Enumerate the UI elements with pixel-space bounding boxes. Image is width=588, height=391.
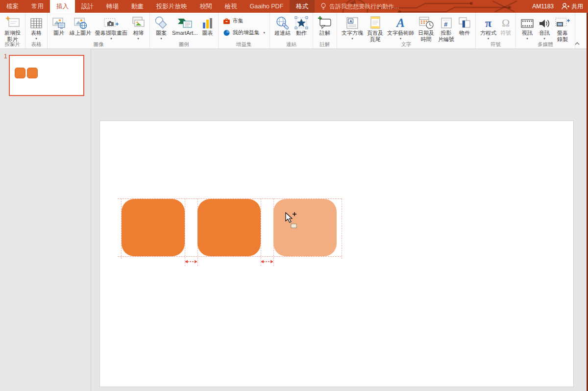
- title-bar: 檔案 常用 插入 設計 轉場 動畫 投影片放映 校閱 檢視 Gaaiho PDF…: [0, 0, 588, 13]
- header-footer-icon: [370, 16, 381, 29]
- shapes-button[interactable]: 圖案 ▾: [152, 14, 170, 41]
- hyperlink-button[interactable]: 超連結: [272, 14, 293, 37]
- action-icon: [294, 16, 308, 29]
- tab-review[interactable]: 校閱: [194, 0, 219, 13]
- equation-button[interactable]: π 方程式 ▾: [478, 14, 498, 41]
- hyperlink-icon: [276, 16, 290, 29]
- rounded-rectangle-shape-3-drag-preview[interactable]: [273, 199, 337, 256]
- dropdown-caret-icon: ▾: [526, 37, 528, 41]
- comment-icon: [318, 16, 332, 29]
- wordart-button[interactable]: A 文字藝術師 ▾: [385, 14, 416, 41]
- table-button[interactable]: 表格 ▾: [28, 14, 45, 41]
- ribbon-tabs: 檔案 常用 插入 設計 轉場 動畫 投影片放映 校閱 檢視 Gaaiho PDF…: [0, 0, 315, 13]
- tab-slideshow[interactable]: 投影片放映: [150, 0, 194, 13]
- smart-guide-bottom: [118, 256, 342, 257]
- group-label-slides: 投影片: [0, 41, 25, 48]
- svg-text:#: #: [444, 21, 448, 28]
- store-icon: [223, 17, 230, 24]
- tab-animations[interactable]: 動畫: [125, 0, 150, 13]
- date-time-button[interactable]: 日期及時間: [416, 14, 436, 43]
- smartart-icon: [177, 17, 193, 29]
- smart-guide-gap2-left: [261, 198, 261, 266]
- screenshot-button[interactable]: 螢幕擷取畫面 ▾: [93, 14, 129, 41]
- tab-transitions[interactable]: 轉場: [100, 0, 125, 13]
- audio-icon: [538, 18, 551, 29]
- tab-home[interactable]: 常用: [25, 0, 50, 13]
- slide-thumbnail[interactable]: [9, 55, 84, 96]
- group-images: 圖片 線上圖片 螢幕擷取畫面 ▾: [48, 13, 150, 49]
- text-box-icon: A: [346, 17, 359, 29]
- header-footer-button[interactable]: 頁首及頁尾: [365, 14, 385, 43]
- action-button[interactable]: 動作: [293, 14, 310, 37]
- editing-canvas[interactable]: [91, 49, 588, 391]
- tab-view[interactable]: 檢視: [219, 0, 244, 13]
- store-button[interactable]: 市集: [223, 17, 266, 24]
- group-comments: 註解 註解: [313, 13, 337, 49]
- group-label-addins: 增益集: [219, 41, 270, 48]
- tab-insert[interactable]: 插入: [50, 0, 75, 13]
- dropdown-caret-icon: ▾: [488, 37, 490, 41]
- collapse-ribbon-icon[interactable]: [574, 41, 580, 47]
- group-label-table: 表格: [25, 41, 47, 48]
- dropdown-caret-icon: ▾: [264, 31, 266, 35]
- tell-me-box[interactable]: 告訴我您想要執行的動作...: [315, 0, 405, 13]
- my-addins-icon: [223, 29, 230, 36]
- dropdown-caret-icon: ▾: [543, 37, 545, 41]
- slide-number-button[interactable]: # 投影片編號: [436, 14, 456, 43]
- group-label-links: 連結: [270, 41, 313, 48]
- group-media: 視訊 ▾ 音訊 ▾ 螢幕錄製 多媒體: [516, 13, 575, 49]
- lightbulb-icon: [320, 3, 326, 10]
- dropdown-caret-icon: ▾: [400, 37, 402, 41]
- tell-me-placeholder: 告訴我您想要執行的動作...: [329, 2, 399, 11]
- audio-button[interactable]: 音訊 ▾: [536, 14, 553, 41]
- picture-icon: [52, 17, 66, 29]
- share-button[interactable]: 共用: [562, 2, 583, 11]
- group-addins: 市集 我的增益集 ▾ 增益集: [219, 13, 270, 49]
- video-button[interactable]: 視訊 ▾: [518, 14, 536, 41]
- smartart-button[interactable]: SmartArt...: [170, 14, 200, 37]
- online-picture-icon: [74, 17, 87, 29]
- text-box-button[interactable]: A 文字方塊 ▾: [340, 14, 365, 41]
- thumbnail-shape-1: [15, 68, 25, 78]
- chart-icon: [202, 17, 214, 29]
- dropdown-caret-icon: ▾: [160, 37, 162, 41]
- group-links: 超連結 動作 連結: [270, 13, 313, 49]
- group-label-media: 多媒體: [516, 41, 575, 48]
- wordart-icon: A: [396, 17, 405, 29]
- tab-format[interactable]: 格式: [290, 0, 315, 13]
- slide-number-label: 1: [4, 53, 7, 60]
- new-slide-icon: [5, 16, 20, 29]
- group-slides: 新增投影片 ▾ 投影片: [0, 13, 25, 49]
- photo-album-button[interactable]: 相簿 ▾: [129, 14, 147, 41]
- comment-button[interactable]: 註解: [316, 14, 334, 37]
- slide-number-icon: #: [441, 17, 452, 29]
- online-pictures-button[interactable]: 線上圖片: [68, 14, 93, 37]
- object-button[interactable]: 物件: [456, 14, 473, 37]
- dropdown-caret-icon: ▾: [110, 37, 112, 41]
- chart-button[interactable]: 圖表: [200, 14, 216, 37]
- account-name: AM1183: [532, 3, 554, 10]
- rounded-rectangle-shape-1[interactable]: [122, 199, 185, 256]
- spacing-arrow-1: [185, 259, 197, 264]
- my-addins-button[interactable]: 我的增益集 ▾: [223, 29, 266, 36]
- screenshot-icon: [103, 17, 119, 29]
- group-symbols: π 方程式 ▾ Ω 符號 符號: [476, 13, 516, 49]
- shapes-icon: [154, 16, 168, 29]
- symbol-omega-icon: Ω: [502, 17, 510, 29]
- tab-file[interactable]: 檔案: [0, 0, 25, 13]
- tab-design[interactable]: 設計: [75, 0, 100, 13]
- pictures-button[interactable]: 圖片: [50, 14, 68, 37]
- rounded-rectangle-shape-2[interactable]: [197, 199, 261, 256]
- group-text: A 文字方塊 ▾ 頁首及頁尾 A 文字藝術師 ▾: [337, 13, 476, 49]
- spacing-arrow-2: [261, 259, 273, 264]
- group-label-images: 圖像: [48, 41, 149, 48]
- slide-thumbnail-pane: 1: [0, 49, 91, 391]
- video-icon: [520, 18, 534, 29]
- dropdown-caret-icon: ▾: [351, 37, 353, 41]
- smart-guide-right-edge: [342, 198, 342, 259]
- tab-gaaiho-pdf[interactable]: Gaaiho PDF: [244, 0, 290, 13]
- screen-recording-button[interactable]: 螢幕錄製: [553, 14, 572, 43]
- slide-canvas[interactable]: [99, 121, 574, 387]
- table-icon: [30, 18, 43, 29]
- svg-text:A: A: [349, 19, 352, 24]
